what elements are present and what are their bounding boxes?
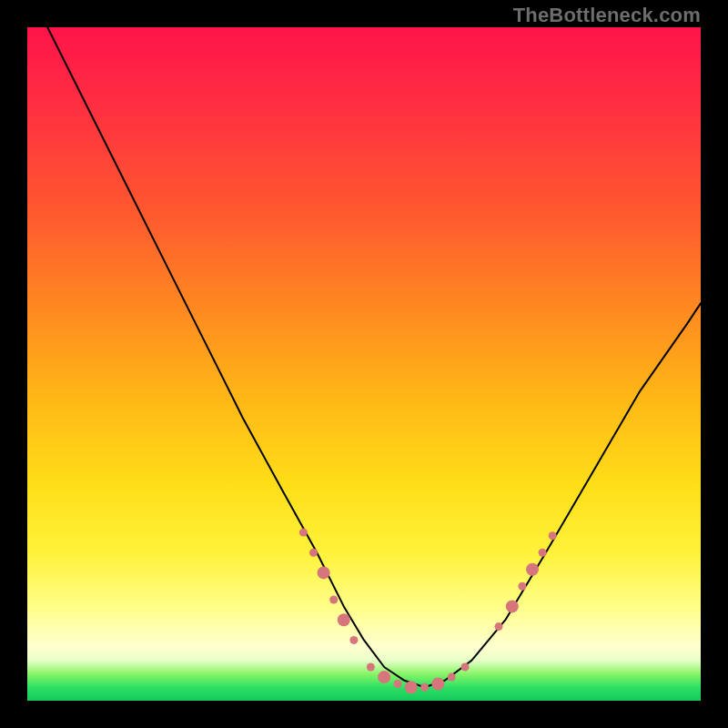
highlight-dot bbox=[461, 663, 470, 672]
highlight-dot bbox=[394, 680, 402, 688]
highlight-dot bbox=[431, 678, 444, 691]
watermark-text: TheBottleneck.com bbox=[513, 4, 701, 27]
highlight-dot bbox=[378, 671, 390, 683]
highlight-dot bbox=[506, 600, 519, 612]
highlight-dot bbox=[405, 681, 418, 693]
chart-stage: TheBottleneck.com bbox=[0, 0, 728, 728]
highlight-dot bbox=[338, 613, 350, 626]
highlight-dot bbox=[299, 529, 308, 537]
highlight-dot bbox=[309, 549, 318, 557]
curve-line bbox=[47, 27, 701, 687]
highlight-dot bbox=[367, 663, 375, 672]
highlight-dot bbox=[318, 566, 330, 579]
highlight-dot bbox=[518, 582, 526, 591]
highlight-dot bbox=[549, 531, 557, 540]
highlight-dot bbox=[448, 673, 456, 682]
chart-svg bbox=[27, 27, 701, 701]
highlight-dot bbox=[329, 596, 338, 604]
highlight-dot bbox=[495, 622, 503, 631]
highlight-dot bbox=[349, 636, 358, 644]
highlight-dot bbox=[526, 563, 539, 576]
highlight-dot bbox=[539, 549, 547, 557]
plot-area bbox=[27, 27, 701, 701]
highlight-dot bbox=[420, 683, 429, 692]
